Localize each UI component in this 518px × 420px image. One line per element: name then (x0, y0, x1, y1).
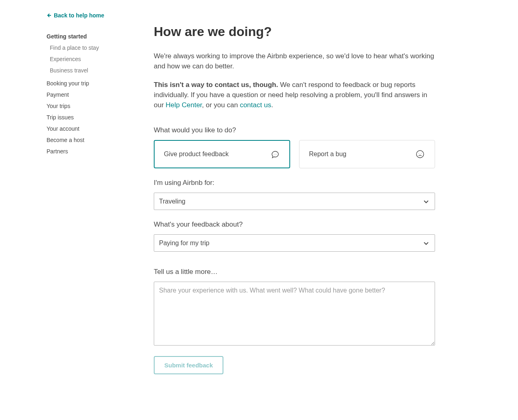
intro-paragraph-2: This isn't a way to contact us, though. … (154, 80, 435, 110)
sad-face-icon (415, 149, 425, 159)
page-title: How are we doing? (154, 24, 435, 39)
feedback-textarea[interactable] (154, 282, 435, 346)
sidebar-item-business-travel[interactable]: Business travel (50, 65, 130, 76)
option-give-feedback-label: Give product feedback (164, 151, 229, 158)
intro-paragraph-1: We're always working to improve the Airb… (154, 51, 435, 71)
sidebar-item-payment[interactable]: Payment (47, 89, 130, 100)
svg-point-2 (276, 154, 276, 155)
svg-point-0 (274, 154, 274, 155)
svg-point-4 (418, 153, 419, 154)
contact-us-link[interactable]: contact us (240, 101, 272, 109)
sidebar-item-your-account[interactable]: Your account (47, 123, 130, 134)
sidebar-item-booking-trip[interactable]: Booking your trip (47, 78, 130, 89)
feedback-about-select[interactable]: Paying for my trip (154, 234, 435, 252)
main-content: How are we doing? We're always working t… (154, 12, 435, 374)
option-give-feedback[interactable]: Give product feedback (154, 140, 290, 168)
sidebar: Back to help home Getting started Find a… (47, 12, 130, 374)
sidebar-item-partners[interactable]: Partners (47, 146, 130, 157)
submit-feedback-button[interactable]: Submit feedback (154, 356, 223, 374)
question-action: What would you like to do? (154, 126, 435, 134)
sidebar-item-your-trips[interactable]: Your trips (47, 100, 130, 112)
arrow-left-icon (47, 13, 51, 18)
svg-point-3 (416, 151, 424, 158)
speech-bubble-icon (270, 149, 280, 159)
question-more: Tell us a little more… (154, 268, 435, 276)
question-about: What's your feedback about? (154, 221, 435, 229)
sidebar-item-find-place[interactable]: Find a place to stay (50, 42, 130, 53)
sidebar-item-trip-issues[interactable]: Trip issues (47, 112, 130, 123)
help-center-link[interactable]: Help Center (166, 101, 202, 109)
svg-point-5 (421, 153, 421, 154)
svg-point-1 (275, 154, 275, 155)
intro-2-text-c: . (271, 101, 273, 109)
using-for-select[interactable]: Traveling (154, 193, 435, 210)
option-report-bug-label: Report a bug (309, 151, 347, 158)
sidebar-item-getting-started[interactable]: Getting started (47, 31, 130, 42)
back-link-label: Back to help home (54, 12, 104, 19)
sidebar-item-experiences[interactable]: Experiences (50, 53, 130, 65)
intro-2-text-b: , or you can (202, 101, 240, 109)
option-report-bug[interactable]: Report a bug (299, 140, 435, 168)
back-to-help-link[interactable]: Back to help home (47, 12, 104, 19)
question-using-for: I'm using Airbnb for: (154, 179, 435, 187)
sidebar-item-become-host[interactable]: Become a host (47, 134, 130, 146)
intro-2-strong: This isn't a way to contact us, though. (154, 81, 278, 89)
